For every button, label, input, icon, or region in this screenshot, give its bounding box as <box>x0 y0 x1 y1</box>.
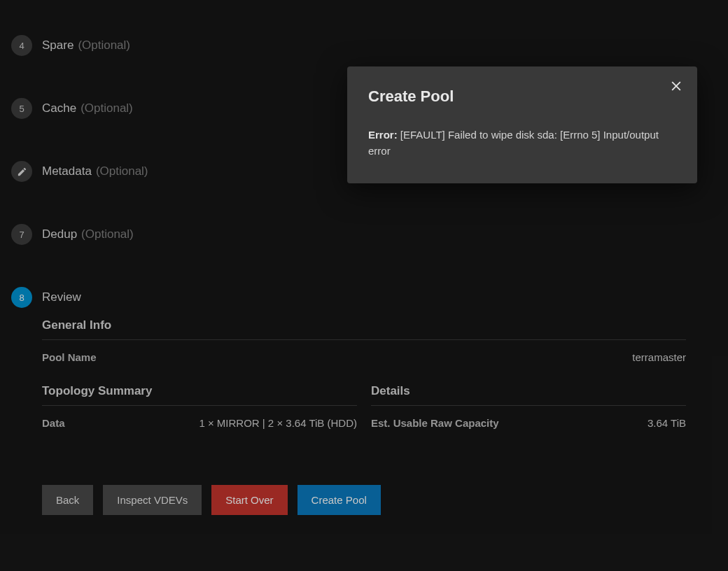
step-dedup[interactable]: 7 Dedup (Optional) <box>0 224 728 245</box>
general-info-header: General Info <box>42 318 686 340</box>
action-buttons: Back Inspect VDEVs Start Over Create Poo… <box>42 485 686 515</box>
error-message: [EFAULT] Failed to wipe disk sda: [Errno… <box>368 129 659 157</box>
close-icon <box>669 79 683 93</box>
pool-name-value: terramaster <box>632 351 686 363</box>
step-edit-badge <box>11 161 32 182</box>
step-number-badge: 7 <box>11 224 32 245</box>
step-label: Metadata <box>42 164 92 178</box>
step-optional: (Optional) <box>80 101 133 115</box>
inspect-vdevs-button[interactable]: Inspect VDEVs <box>103 485 202 515</box>
start-over-button[interactable]: Start Over <box>211 485 287 515</box>
pool-name-row: Pool Name terramaster <box>42 351 686 363</box>
error-modal: Create Pool Error: [EFAULT] Failed to wi… <box>347 66 697 183</box>
topology-data-row: Data 1 × MIRROR | 2 × 3.64 TiB (HDD) <box>42 417 357 429</box>
create-pool-button[interactable]: Create Pool <box>298 485 381 515</box>
pencil-icon <box>17 167 27 177</box>
capacity-row: Est. Usable Raw Capacity 3.64 TiB <box>371 417 686 429</box>
step-review[interactable]: 8 Review <box>0 287 728 308</box>
capacity-key: Est. Usable Raw Capacity <box>371 417 499 429</box>
step-label: Cache <box>42 101 76 115</box>
back-button[interactable]: Back <box>42 485 93 515</box>
error-label: Error: <box>368 129 398 141</box>
step-spare[interactable]: 4 Spare (Optional) <box>0 35 728 56</box>
modal-close-button[interactable] <box>665 75 687 97</box>
step-number-badge: 8 <box>11 287 32 308</box>
details-header: Details <box>371 384 686 406</box>
capacity-value: 3.64 TiB <box>648 417 686 429</box>
step-optional: (Optional) <box>81 227 134 241</box>
step-label: Dedup <box>42 227 77 241</box>
step-label: Review <box>42 290 81 304</box>
step-label: Spare <box>42 38 74 52</box>
details-column: Details Est. Usable Raw Capacity 3.64 Ti… <box>371 384 686 450</box>
modal-body: Error: [EFAULT] Failed to wipe disk sda:… <box>368 127 676 160</box>
pool-name-key: Pool Name <box>42 351 97 363</box>
step-number-badge: 5 <box>11 98 32 119</box>
review-content: General Info Pool Name terramaster Topol… <box>0 318 728 515</box>
step-number-badge: 4 <box>11 35 32 56</box>
topology-data-key: Data <box>42 417 65 429</box>
step-optional: (Optional) <box>78 38 130 52</box>
step-optional: (Optional) <box>96 164 148 178</box>
topology-column: Topology Summary Data 1 × MIRROR | 2 × 3… <box>42 384 357 450</box>
modal-title: Create Pool <box>368 87 676 106</box>
topology-data-value: 1 × MIRROR | 2 × 3.64 TiB (HDD) <box>199 417 357 429</box>
topology-header: Topology Summary <box>42 384 357 406</box>
